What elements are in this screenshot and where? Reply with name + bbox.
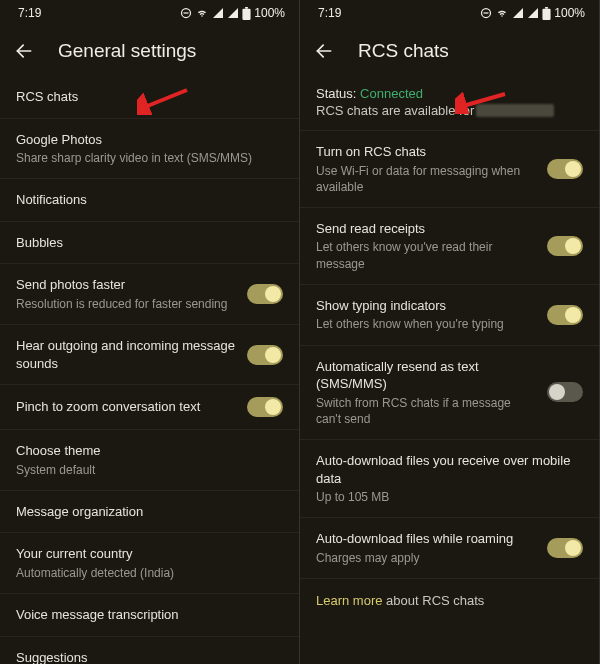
- svg-rect-3: [245, 7, 248, 9]
- item-pinch-zoom[interactable]: Pinch to zoom conversation text: [0, 385, 299, 430]
- label: Voice message transcription: [16, 606, 283, 624]
- sublabel: Charges may apply: [316, 550, 537, 566]
- toggle-message-sounds[interactable]: [247, 345, 283, 365]
- sublabel: System default: [16, 462, 283, 478]
- wifi-icon: [495, 7, 509, 19]
- label: Choose theme: [16, 442, 283, 460]
- status-label: Status:: [316, 86, 360, 101]
- signal-icon-1: [212, 7, 224, 19]
- label: Show typing indicators: [316, 297, 537, 315]
- label: Send read receipts: [316, 220, 537, 238]
- svg-rect-2: [243, 8, 251, 19]
- item-notifications[interactable]: Notifications: [0, 179, 299, 222]
- sublabel: Use Wi-Fi or data for messaging when ava…: [316, 163, 537, 195]
- item-send-photos-faster[interactable]: Send photos faster Resolution is reduced…: [0, 264, 299, 325]
- status-time: 7:19: [318, 6, 341, 20]
- status-subtext: RCS chats are available for: [316, 103, 583, 118]
- dnd-icon: [480, 7, 492, 19]
- status-line: Status: Connected: [316, 86, 583, 101]
- item-google-photos[interactable]: Google Photos Share sharp clarity video …: [0, 119, 299, 180]
- learn-more-row: Learn more about RCS chats: [300, 579, 599, 622]
- item-bubbles[interactable]: Bubbles: [0, 222, 299, 265]
- signal-icon-2: [527, 7, 539, 19]
- sublabel: Switch from RCS chats if a message can't…: [316, 395, 537, 427]
- back-button[interactable]: [14, 41, 34, 61]
- sublabel: Share sharp clarity video in text (SMS/M…: [16, 150, 283, 166]
- item-choose-theme[interactable]: Choose theme System default: [0, 430, 299, 491]
- item-read-receipts[interactable]: Send read receipts Let others know you'v…: [300, 208, 599, 285]
- label: Notifications: [16, 191, 283, 209]
- status-indicators: 100%: [180, 6, 285, 20]
- left-screen: 7:19 100% General settings RCS chats Goo…: [0, 0, 300, 664]
- item-rcs-chats[interactable]: RCS chats: [0, 76, 299, 119]
- label: Hear outgoing and incoming message sound…: [16, 337, 237, 372]
- toggle-typing-indicators[interactable]: [547, 305, 583, 325]
- label: Automatically resend as text (SMS/MMS): [316, 358, 537, 393]
- page-title: General settings: [58, 40, 196, 62]
- battery-percent: 100%: [254, 6, 285, 20]
- label: Turn on RCS chats: [316, 143, 537, 161]
- back-button[interactable]: [314, 41, 334, 61]
- status-time: 7:19: [18, 6, 41, 20]
- label: Your current country: [16, 545, 283, 563]
- sublabel: Resolution is reduced for faster sending: [16, 296, 237, 312]
- learn-more-text: about RCS chats: [382, 593, 484, 608]
- label: Google Photos: [16, 131, 283, 149]
- toggle-auto-resend[interactable]: [547, 382, 583, 402]
- item-auto-download-roaming[interactable]: Auto-download files while roaming Charge…: [300, 518, 599, 579]
- label: Send photos faster: [16, 276, 237, 294]
- status-value: Connected: [360, 86, 423, 101]
- label: Message organization: [16, 503, 283, 521]
- header: RCS chats: [300, 26, 599, 76]
- battery-icon: [242, 7, 251, 20]
- label: Auto-download files you receive over mob…: [316, 452, 583, 487]
- label: Bubbles: [16, 234, 283, 252]
- toggle-read-receipts[interactable]: [547, 236, 583, 256]
- toggle-pinch-zoom[interactable]: [247, 397, 283, 417]
- status-bar: 7:19 100%: [300, 0, 599, 26]
- signal-icon-2: [227, 7, 239, 19]
- toggle-auto-download-roaming[interactable]: [547, 538, 583, 558]
- page-title: RCS chats: [358, 40, 449, 62]
- back-arrow-icon: [14, 41, 34, 61]
- sublabel: Let others know when you're typing: [316, 316, 537, 332]
- item-auto-download-mobile[interactable]: Auto-download files you receive over mob…: [300, 440, 599, 518]
- item-voice-transcription[interactable]: Voice message transcription: [0, 594, 299, 637]
- dnd-icon: [180, 7, 192, 19]
- status-indicators: 100%: [480, 6, 585, 20]
- wifi-icon: [195, 7, 209, 19]
- label: Pinch to zoom conversation text: [16, 398, 237, 416]
- item-message-sounds[interactable]: Hear outgoing and incoming message sound…: [0, 325, 299, 385]
- item-current-country[interactable]: Your current country Automatically detec…: [0, 533, 299, 594]
- back-arrow-icon: [314, 41, 334, 61]
- item-turn-on-rcs[interactable]: Turn on RCS chats Use Wi-Fi or data for …: [300, 131, 599, 208]
- sublabel: Let others know you've read their messag…: [316, 239, 537, 271]
- item-typing-indicators[interactable]: Show typing indicators Let others know w…: [300, 285, 599, 346]
- right-screen: 7:19 100% RCS chats Status: Connected RC…: [300, 0, 600, 664]
- header: General settings: [0, 26, 299, 76]
- toggle-send-photos-faster[interactable]: [247, 284, 283, 304]
- status-bar: 7:19 100%: [0, 0, 299, 26]
- item-suggestions[interactable]: Suggestions: [0, 637, 299, 664]
- learn-more-link[interactable]: Learn more: [316, 593, 382, 608]
- item-message-organization[interactable]: Message organization: [0, 491, 299, 534]
- settings-list: RCS chats Google Photos Share sharp clar…: [0, 76, 299, 664]
- svg-rect-9: [543, 8, 551, 19]
- battery-icon: [542, 7, 551, 20]
- battery-percent: 100%: [554, 6, 585, 20]
- label: RCS chats: [16, 88, 283, 106]
- signal-icon-1: [512, 7, 524, 19]
- label: Suggestions: [16, 649, 283, 664]
- redacted-number: [476, 104, 554, 117]
- rcs-status-block: Status: Connected RCS chats are availabl…: [300, 76, 599, 131]
- sublabel: Automatically detected (India): [16, 565, 283, 581]
- item-auto-resend[interactable]: Automatically resend as text (SMS/MMS) S…: [300, 346, 599, 440]
- svg-rect-10: [545, 7, 548, 9]
- label: Auto-download files while roaming: [316, 530, 537, 548]
- sublabel: Up to 105 MB: [316, 489, 583, 505]
- rcs-settings-list: Turn on RCS chats Use Wi-Fi or data for …: [300, 131, 599, 579]
- toggle-turn-on-rcs[interactable]: [547, 159, 583, 179]
